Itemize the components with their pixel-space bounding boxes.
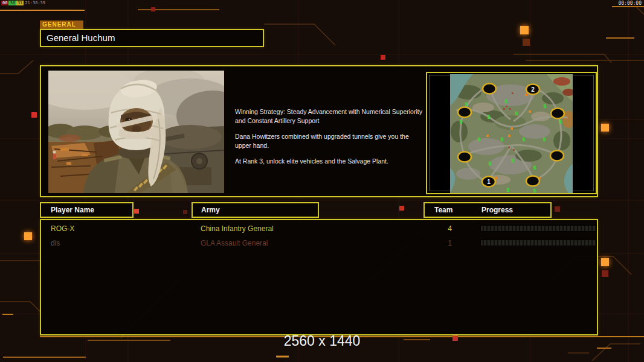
svg-text:$: $ — [504, 98, 507, 104]
strategy-text: Winning Strategy: Steady Advancement wit… — [235, 107, 423, 173]
svg-text:$: $ — [515, 110, 518, 116]
strategy-paragraph: Winning Strategy: Steady Advancement wit… — [235, 107, 423, 125]
stat-value: 31 — [16, 1, 24, 5]
team-cell: 1 — [428, 238, 452, 249]
header-label: Player Name — [51, 206, 94, 214]
player-row: ROG-X China Infantry General 4 — [41, 223, 597, 234]
player-name-cell: dis — [51, 238, 184, 249]
svg-text:$: $ — [559, 119, 562, 125]
map-start-label-1: 1 — [487, 179, 491, 185]
progress-bar — [480, 225, 597, 232]
map-start-position — [551, 109, 564, 119]
player-name-cell: ROG-X — [51, 223, 184, 234]
map-image: $$$ $$$ $$$ $$$ $$$ $ 2 1 — [450, 74, 573, 193]
map-start-label-2: 2 — [531, 86, 535, 93]
column-header-team-progress: Team Progress — [423, 202, 552, 218]
column-header-army: Army — [192, 202, 319, 218]
svg-text:$: $ — [487, 114, 490, 120]
map-start-position — [458, 107, 471, 118]
svg-text:$: $ — [533, 165, 536, 171]
general-portrait — [48, 71, 224, 193]
svg-text:$: $ — [477, 136, 480, 142]
general-name: General Huchum — [41, 30, 263, 46]
svg-text:$: $ — [522, 136, 525, 142]
svg-text:$: $ — [511, 157, 514, 164]
players-panel: ROG-X China Infantry General 4 dis GLA A… — [40, 219, 598, 335]
svg-text:$: $ — [459, 119, 462, 125]
svg-text:$: $ — [543, 136, 546, 142]
map-start-position — [526, 176, 539, 186]
map-start-position — [550, 151, 564, 161]
svg-text:$: $ — [488, 160, 491, 167]
svg-text:$: $ — [500, 136, 503, 142]
stat-value: 30 — [8, 1, 16, 5]
army-cell: China Infantry General — [201, 223, 346, 234]
strategy-paragraph: Dana Howitzers combined with upgraded tu… — [235, 132, 423, 150]
army-cell: GLA Assault General — [201, 238, 346, 249]
svg-text:$: $ — [506, 187, 509, 193]
fps-counter: 00 — [1, 1, 8, 5]
team-cell: 4 — [428, 223, 452, 234]
portrait-image — [48, 71, 224, 193]
map-preview-box: $$$ $$$ $$$ $$$ $$$ $ 2 1 — [426, 72, 597, 194]
map-start-position — [483, 84, 496, 94]
player-row: dis GLA Assault General 1 — [41, 238, 597, 249]
match-timer: 00:00:00 — [618, 1, 642, 6]
svg-text:$: $ — [533, 188, 536, 193]
resolution-watermark: 2560 x 1440 — [0, 333, 644, 349]
debug-status-bar: 00303121:38:39 — [1, 1, 47, 5]
header-label-progress: Progress — [481, 203, 513, 217]
svg-text:$: $ — [543, 103, 546, 109]
clock: 21:38:39 — [24, 1, 47, 5]
column-header-player-name: Player Name — [40, 202, 134, 218]
header-label: Army — [201, 206, 220, 214]
strategy-paragraph: At Rank 3, unlock elite vehicles and the… — [235, 157, 423, 166]
progress-bar — [480, 240, 597, 246]
general-name-box: General Huchum — [40, 29, 264, 47]
general-tab-label: GENERAL — [40, 21, 83, 29]
map-start-position — [458, 152, 471, 162]
briefing-panel: Winning Strategy: Steady Advancement wit… — [40, 65, 598, 197]
header-label-team: Team — [434, 203, 452, 217]
